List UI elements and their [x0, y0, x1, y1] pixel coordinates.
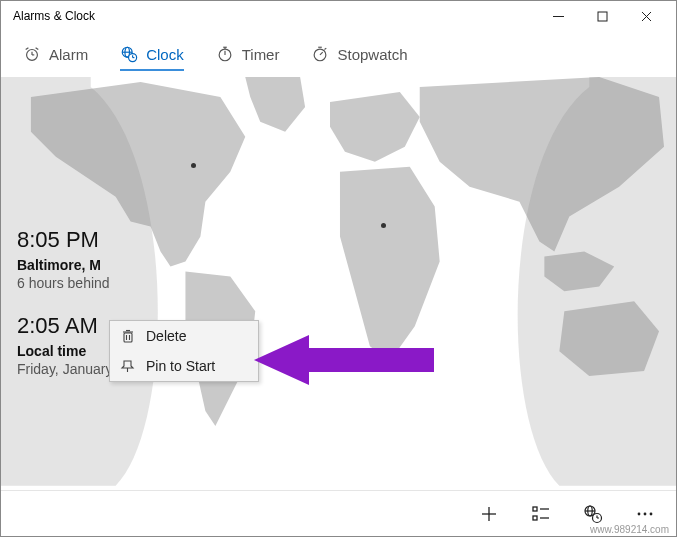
tab-label: Stopwatch — [337, 46, 407, 63]
svg-line-22 — [325, 48, 327, 49]
svg-rect-34 — [533, 516, 537, 520]
app-window: Alarms & Clock Alarm Clock — [0, 0, 677, 537]
tab-timer[interactable]: Timer — [216, 31, 280, 77]
world-clock-icon — [120, 45, 138, 63]
watermark: www.989214.com — [590, 524, 669, 535]
pin-icon — [120, 358, 136, 374]
world-map[interactable]: 8:05 PM Baltimore, M 6 hours behind 2:05… — [1, 77, 676, 490]
map-pin[interactable] — [381, 223, 386, 228]
menu-item-delete[interactable]: Delete — [110, 321, 258, 351]
tab-label: Clock — [146, 46, 184, 63]
svg-point-43 — [644, 512, 647, 515]
minimize-icon — [553, 11, 564, 22]
close-icon — [641, 11, 652, 22]
tab-bar: Alarm Clock Timer Stopwatch — [1, 31, 676, 77]
ellipsis-icon — [634, 503, 656, 525]
annotation-arrow-icon — [254, 330, 434, 390]
clock-place: Baltimore, M — [17, 257, 171, 273]
context-menu: Delete Pin to Start — [109, 320, 259, 382]
svg-line-7 — [26, 48, 29, 50]
clock-entry[interactable]: 8:05 PM Baltimore, M 6 hours behind — [17, 227, 171, 291]
tab-alarm[interactable]: Alarm — [23, 31, 88, 77]
tab-stopwatch[interactable]: Stopwatch — [311, 31, 407, 77]
svg-line-20 — [320, 52, 323, 55]
svg-rect-1 — [598, 12, 607, 21]
checklist-icon — [530, 503, 552, 525]
svg-line-8 — [36, 48, 39, 50]
menu-item-label: Delete — [146, 328, 186, 344]
svg-rect-32 — [533, 507, 537, 511]
more-button[interactable] — [634, 503, 656, 525]
maximize-button[interactable] — [580, 1, 624, 31]
svg-marker-29 — [254, 335, 434, 385]
clock-time: 8:05 PM — [17, 227, 171, 253]
select-clocks-button[interactable] — [530, 503, 552, 525]
add-clock-button[interactable] — [478, 503, 500, 525]
svg-point-19 — [315, 49, 327, 61]
world-clock-convert-icon — [582, 503, 604, 525]
clock-sub: 6 hours behind — [17, 275, 171, 291]
menu-item-label: Pin to Start — [146, 358, 215, 374]
tab-label: Timer — [242, 46, 280, 63]
trash-icon — [120, 328, 136, 344]
tab-label: Alarm — [49, 46, 88, 63]
title-bar: Alarms & Clock — [1, 1, 676, 31]
timer-icon — [216, 45, 234, 63]
tab-clock[interactable]: Clock — [120, 31, 184, 77]
close-button[interactable] — [624, 1, 668, 31]
plus-icon — [478, 503, 500, 525]
alarm-clock-icon — [23, 45, 41, 63]
command-bar — [1, 490, 676, 536]
window-title: Alarms & Clock — [9, 9, 536, 23]
svg-point-44 — [650, 512, 653, 515]
map-pin[interactable] — [191, 163, 196, 168]
minimize-button[interactable] — [536, 1, 580, 31]
stopwatch-icon — [311, 45, 329, 63]
menu-item-pin-to-start[interactable]: Pin to Start — [110, 351, 258, 381]
svg-rect-23 — [124, 333, 132, 342]
svg-point-15 — [219, 49, 231, 61]
maximize-icon — [597, 11, 608, 22]
svg-point-42 — [638, 512, 641, 515]
convert-time-button[interactable] — [582, 503, 604, 525]
